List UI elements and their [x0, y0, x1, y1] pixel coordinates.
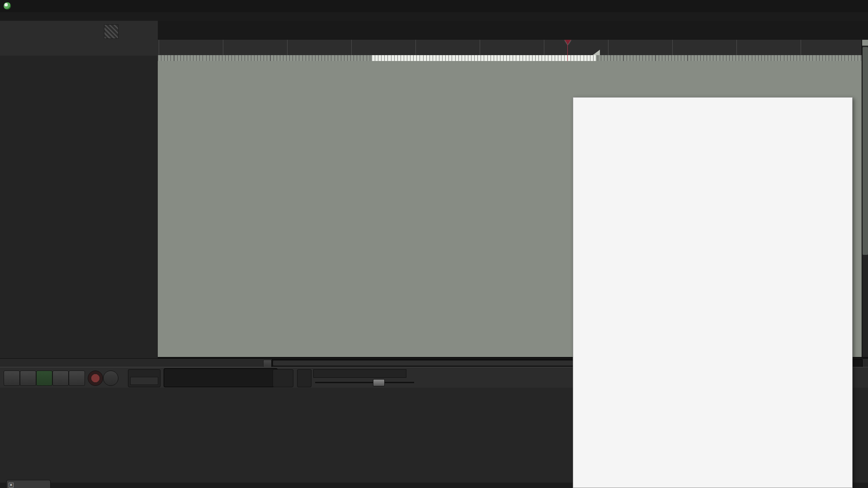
hscroll-left-button[interactable] [263, 360, 272, 367]
close-button[interactable] [847, 0, 868, 12]
go-start-button[interactable] [4, 371, 20, 386]
track-control-panel [0, 56, 158, 358]
title-bar [0, 0, 868, 12]
menu-bar [0, 12, 868, 21]
repeat-button[interactable] [103, 371, 118, 386]
pause-button[interactable] [52, 371, 69, 386]
selection-end-marker[interactable] [593, 50, 600, 55]
main-toolbar [0, 21, 158, 56]
docker-hatch-icon[interactable] [104, 24, 118, 39]
transport-time-display[interactable] [164, 368, 278, 387]
playrate-display[interactable] [313, 369, 406, 378]
global-automation-override[interactable] [128, 369, 160, 387]
mixer-tab[interactable]: ✕ [6, 480, 51, 488]
item-context-menu [573, 97, 853, 488]
global-auto-value[interactable] [130, 377, 158, 385]
top-empty-strip [158, 21, 868, 40]
maximize-button[interactable] [826, 0, 847, 12]
record-button[interactable] [88, 371, 103, 386]
minimize-button[interactable] [806, 0, 826, 12]
play-cursor-marker[interactable] [565, 40, 571, 45]
playrate-slider-thumb[interactable] [373, 379, 385, 386]
ruler-label-row [158, 40, 862, 55]
time-signature[interactable] [297, 369, 311, 387]
vertical-scrollbar-thumb[interactable] [863, 47, 868, 255]
playrate-slider[interactable] [313, 379, 416, 385]
reaper-app-icon [4, 2, 11, 9]
go-end-button[interactable] [69, 371, 85, 386]
play-button[interactable] [36, 371, 52, 386]
timeline-ruler[interactable] [158, 40, 862, 61]
mixer-tab-close-icon[interactable]: ✕ [9, 483, 14, 488]
stop-button[interactable] [20, 371, 36, 386]
vertical-scrollbar-top[interactable] [862, 40, 868, 46]
tempo-display[interactable] [273, 369, 293, 387]
time-selection-ruler[interactable] [372, 55, 596, 61]
vertical-scrollbar[interactable] [862, 40, 868, 357]
